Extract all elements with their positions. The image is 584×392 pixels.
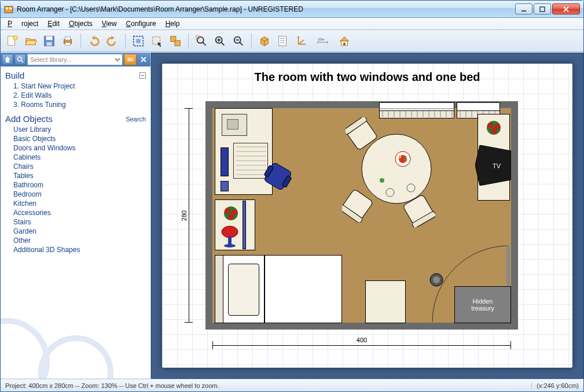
menubar: Project Edit Objects View Configure Help (1, 18, 583, 30)
build-item-tuning[interactable]: 3. Rooms Tuning (5, 100, 146, 109)
select-icon (150, 35, 163, 47)
axis-icon (295, 35, 308, 47)
cat-stairs[interactable]: Stairs (5, 217, 146, 227)
zoom-in-button[interactable] (212, 33, 228, 49)
cat-tables[interactable]: Tables (5, 171, 146, 180)
hidden-treasury-object[interactable]: Hidden treasury (454, 286, 511, 323)
svg-marker-15 (111, 35, 115, 39)
save-button[interactable] (41, 33, 57, 49)
search-link[interactable]: Search (126, 116, 146, 123)
svg-marker-50 (5, 57, 10, 62)
svg-line-25 (221, 42, 225, 45)
svg-point-110 (222, 226, 238, 238)
cat-3d-shapes[interactable]: Additional 3D Shapes (5, 245, 146, 254)
bed-object[interactable] (215, 255, 342, 323)
table-chair-1[interactable] (346, 117, 377, 152)
svg-rect-0 (5, 6, 13, 13)
zoom-fit-button[interactable] (193, 33, 210, 49)
library-select[interactable]: Select library... (27, 54, 123, 65)
main-area: Select library... 3D Build − 1. Start Ne… (1, 52, 583, 379)
house-button[interactable] (336, 33, 352, 49)
menu-configure[interactable]: Configure (122, 19, 161, 29)
window-buttons (514, 3, 580, 14)
cat-cabinets[interactable]: Cabinets (5, 153, 146, 162)
menu-objects[interactable]: Objects (64, 19, 97, 29)
cat-other[interactable]: Other (5, 236, 146, 245)
home-button[interactable] (2, 54, 13, 65)
tower-object[interactable] (221, 147, 229, 176)
save-icon (43, 35, 56, 47)
open-folder-icon (24, 35, 37, 47)
plant-right-object[interactable] (484, 119, 503, 137)
svg-point-112 (224, 244, 236, 247)
menu-edit[interactable]: Edit (43, 19, 64, 29)
open-button[interactable] (23, 33, 39, 49)
svg-rect-9 (46, 36, 53, 39)
cat-basic-objects[interactable]: Basic Objects (5, 134, 146, 143)
svg-point-51 (18, 57, 22, 61)
3d-toggle-button[interactable]: 3D (124, 54, 137, 65)
menu-view[interactable]: View (97, 19, 122, 29)
undo-button[interactable] (86, 33, 102, 49)
view3d-button[interactable] (256, 33, 273, 49)
search-lib-button[interactable] (14, 54, 26, 65)
measure-button[interactable]: 3,5m (312, 33, 334, 49)
chair-object[interactable] (260, 159, 295, 194)
menu-project[interactable]: Project (3, 19, 43, 29)
minimize-button[interactable] (515, 3, 532, 14)
stool-object[interactable] (365, 280, 406, 323)
cat-doors-windows[interactable]: Doors and Windows (5, 143, 146, 153)
monitor-object[interactable] (222, 114, 247, 136)
collapse-button[interactable]: − (139, 72, 146, 79)
cat-user-library[interactable]: User Library (5, 125, 146, 134)
walls-button[interactable] (130, 33, 146, 49)
svg-point-101 (487, 123, 493, 128)
lamp-object[interactable] (219, 225, 240, 248)
tv-object[interactable]: TV (475, 145, 511, 186)
svg-point-7 (13, 35, 17, 39)
panel-close-button[interactable] (138, 54, 149, 65)
list-button[interactable] (275, 33, 291, 49)
shelf-strip[interactable] (243, 201, 246, 249)
table-chair-2[interactable] (342, 188, 374, 223)
cat-kitchen[interactable]: Kitchen (5, 199, 146, 208)
svg-point-89 (399, 156, 402, 158)
new-button[interactable] (4, 33, 20, 49)
add-objects-label: Add Objects (5, 114, 53, 124)
toolbar-separator (251, 34, 252, 49)
redo-button[interactable] (104, 33, 120, 49)
axis-button[interactable] (293, 33, 310, 49)
drawing-paper[interactable]: The room with two windows and one bed 28… (162, 64, 572, 368)
svg-point-102 (494, 124, 500, 130)
minimize-icon (521, 6, 527, 12)
plant-left-object[interactable] (222, 204, 240, 223)
group-button[interactable] (167, 33, 183, 49)
cat-garden[interactable]: Garden (5, 227, 146, 236)
zoom-out-button[interactable] (230, 33, 247, 49)
radiator-left-object[interactable] (379, 110, 454, 119)
close-button[interactable] (552, 3, 580, 14)
svg-marker-14 (91, 35, 95, 39)
cat-accessories[interactable]: Accessories (5, 208, 146, 217)
small-object[interactable] (221, 181, 229, 191)
select-button[interactable] (149, 33, 165, 49)
canvas-area[interactable]: The room with two windows and one bed 28… (151, 53, 583, 379)
maximize-button[interactable] (534, 3, 551, 14)
svg-line-52 (21, 61, 23, 62)
svg-line-22 (203, 42, 206, 45)
svg-point-54 (41, 338, 111, 379)
build-item-walls[interactable]: 2. Edit Walls (5, 91, 146, 100)
round-object[interactable] (429, 272, 444, 287)
table-chair-3[interactable] (403, 193, 435, 227)
build-item-start[interactable]: 1. Start New Project (5, 82, 146, 91)
dimension-vertical: 280 (182, 108, 196, 323)
cat-bathroom[interactable]: Bathroom (5, 180, 146, 190)
cat-chairs[interactable]: Chairs (5, 162, 146, 171)
svg-rect-4 (540, 7, 545, 12)
redo-icon (106, 35, 119, 47)
menu-help[interactable]: Help (161, 19, 185, 29)
titlebar: Room Arranger - [C:\Users\Mark\Documents… (1, 1, 583, 18)
walls-icon (132, 35, 145, 47)
print-button[interactable] (60, 33, 76, 49)
cat-bedroom[interactable]: Bedroom (5, 190, 146, 199)
